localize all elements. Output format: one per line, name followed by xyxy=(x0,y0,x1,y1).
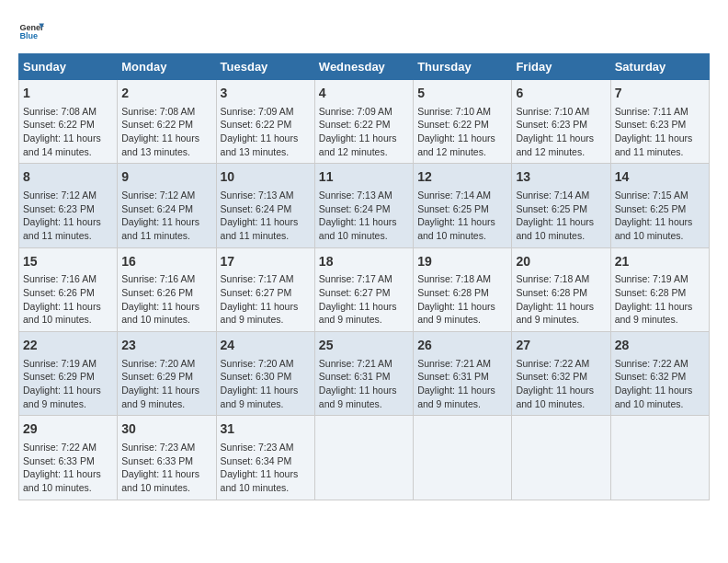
header-wednesday: Wednesday xyxy=(314,54,413,80)
day-info: Sunrise: 7:08 AMSunset: 6:22 PMDaylight:… xyxy=(121,105,211,159)
calendar-cell: 4Sunrise: 7:09 AMSunset: 6:22 PMDaylight… xyxy=(314,80,413,164)
day-info: Sunrise: 7:18 AMSunset: 6:28 PMDaylight:… xyxy=(516,272,606,327)
day-number: 22 xyxy=(23,337,113,355)
day-info: Sunrise: 7:19 AMSunset: 6:28 PMDaylight:… xyxy=(615,272,705,327)
day-info: Sunrise: 7:19 AMSunset: 6:29 PMDaylight:… xyxy=(23,357,113,411)
calendar-cell: 6Sunrise: 7:10 AMSunset: 6:23 PMDaylight… xyxy=(512,80,610,164)
day-info: Sunrise: 7:20 AMSunset: 6:29 PMDaylight:… xyxy=(121,357,211,411)
calendar-cell: 28Sunrise: 7:22 AMSunset: 6:32 PMDayligh… xyxy=(610,332,709,416)
day-number: 15 xyxy=(23,253,113,271)
day-number: 3 xyxy=(221,85,311,103)
header-saturday: Saturday xyxy=(610,54,709,80)
calendar-cell: 26Sunrise: 7:21 AMSunset: 6:31 PMDayligh… xyxy=(414,332,512,416)
day-number: 28 xyxy=(615,337,705,355)
calendar-header-row: SundayMondayTuesdayWednesdayThursdayFrid… xyxy=(19,54,710,80)
calendar-cell: 9Sunrise: 7:12 AMSunset: 6:24 PMDaylight… xyxy=(118,164,216,247)
day-number: 1 xyxy=(23,85,113,103)
day-number: 27 xyxy=(516,337,606,355)
day-info: Sunrise: 7:14 AMSunset: 6:25 PMDaylight:… xyxy=(516,189,606,243)
calendar-week-row: 22Sunrise: 7:19 AMSunset: 6:29 PMDayligh… xyxy=(19,332,710,416)
calendar-cell: 22Sunrise: 7:19 AMSunset: 6:29 PMDayligh… xyxy=(19,332,118,416)
day-info: Sunrise: 7:09 AMSunset: 6:22 PMDaylight:… xyxy=(221,105,311,159)
logo-icon: General Blue xyxy=(18,18,44,44)
calendar-cell: 29Sunrise: 7:22 AMSunset: 6:33 PMDayligh… xyxy=(19,416,118,500)
calendar-cell: 19Sunrise: 7:18 AMSunset: 6:28 PMDayligh… xyxy=(414,247,512,331)
header-thursday: Thursday xyxy=(414,54,512,80)
calendar-cell: 25Sunrise: 7:21 AMSunset: 6:31 PMDayligh… xyxy=(314,332,413,416)
calendar-cell: 14Sunrise: 7:15 AMSunset: 6:25 PMDayligh… xyxy=(610,164,709,247)
day-info: Sunrise: 7:20 AMSunset: 6:30 PMDaylight:… xyxy=(221,357,311,411)
calendar-cell: 1Sunrise: 7:08 AMSunset: 6:22 PMDaylight… xyxy=(19,80,118,164)
day-info: Sunrise: 7:12 AMSunset: 6:24 PMDaylight:… xyxy=(121,189,211,243)
calendar-cell: 7Sunrise: 7:11 AMSunset: 6:23 PMDaylight… xyxy=(610,80,709,164)
day-number: 6 xyxy=(516,85,606,103)
calendar-week-row: 1Sunrise: 7:08 AMSunset: 6:22 PMDaylight… xyxy=(19,80,710,164)
day-info: Sunrise: 7:23 AMSunset: 6:33 PMDaylight:… xyxy=(121,441,211,495)
day-info: Sunrise: 7:12 AMSunset: 6:23 PMDaylight:… xyxy=(23,189,113,243)
day-number: 19 xyxy=(417,253,507,271)
day-info: Sunrise: 7:18 AMSunset: 6:28 PMDaylight:… xyxy=(417,272,507,327)
day-info: Sunrise: 7:15 AMSunset: 6:25 PMDaylight:… xyxy=(615,189,705,243)
calendar-table: SundayMondayTuesdayWednesdayThursdayFrid… xyxy=(18,53,710,500)
calendar-cell: 30Sunrise: 7:23 AMSunset: 6:33 PMDayligh… xyxy=(118,416,216,500)
day-number: 18 xyxy=(319,253,409,271)
day-info: Sunrise: 7:17 AMSunset: 6:27 PMDaylight:… xyxy=(319,272,409,327)
day-number: 16 xyxy=(121,253,211,271)
page-header: General Blue xyxy=(18,18,710,44)
calendar-cell: 18Sunrise: 7:17 AMSunset: 6:27 PMDayligh… xyxy=(314,247,413,331)
day-info: Sunrise: 7:10 AMSunset: 6:22 PMDaylight:… xyxy=(417,105,507,159)
day-number: 30 xyxy=(121,420,211,439)
calendar-cell xyxy=(610,416,709,500)
header-monday: Monday xyxy=(118,54,216,80)
day-number: 12 xyxy=(417,168,507,187)
calendar-cell: 12Sunrise: 7:14 AMSunset: 6:25 PMDayligh… xyxy=(414,164,512,247)
day-info: Sunrise: 7:21 AMSunset: 6:31 PMDaylight:… xyxy=(319,357,409,411)
day-info: Sunrise: 7:13 AMSunset: 6:24 PMDaylight:… xyxy=(221,189,311,243)
day-number: 31 xyxy=(221,420,311,439)
header-sunday: Sunday xyxy=(19,54,118,80)
day-info: Sunrise: 7:10 AMSunset: 6:23 PMDaylight:… xyxy=(516,105,606,159)
day-number: 17 xyxy=(221,253,311,271)
day-number: 14 xyxy=(615,168,705,187)
day-info: Sunrise: 7:09 AMSunset: 6:22 PMDaylight:… xyxy=(319,105,409,159)
day-number: 9 xyxy=(121,168,211,187)
day-number: 2 xyxy=(121,85,211,103)
header-tuesday: Tuesday xyxy=(216,54,314,80)
calendar-week-row: 29Sunrise: 7:22 AMSunset: 6:33 PMDayligh… xyxy=(19,416,710,500)
calendar-cell: 17Sunrise: 7:17 AMSunset: 6:27 PMDayligh… xyxy=(216,247,314,331)
day-number: 5 xyxy=(417,85,507,103)
calendar-week-row: 15Sunrise: 7:16 AMSunset: 6:26 PMDayligh… xyxy=(19,247,710,331)
logo: General Blue xyxy=(18,18,51,44)
day-number: 11 xyxy=(319,168,409,187)
calendar-cell: 23Sunrise: 7:20 AMSunset: 6:29 PMDayligh… xyxy=(118,332,216,416)
day-number: 13 xyxy=(516,168,606,187)
day-number: 4 xyxy=(319,85,409,103)
calendar-cell: 10Sunrise: 7:13 AMSunset: 6:24 PMDayligh… xyxy=(216,164,314,247)
header-friday: Friday xyxy=(512,54,610,80)
day-info: Sunrise: 7:17 AMSunset: 6:27 PMDaylight:… xyxy=(221,272,311,327)
calendar-cell: 21Sunrise: 7:19 AMSunset: 6:28 PMDayligh… xyxy=(610,247,709,331)
calendar-cell: 8Sunrise: 7:12 AMSunset: 6:23 PMDaylight… xyxy=(19,164,118,247)
day-info: Sunrise: 7:11 AMSunset: 6:23 PMDaylight:… xyxy=(615,105,705,159)
day-number: 8 xyxy=(23,168,113,187)
day-info: Sunrise: 7:22 AMSunset: 6:32 PMDaylight:… xyxy=(615,357,705,411)
day-info: Sunrise: 7:16 AMSunset: 6:26 PMDaylight:… xyxy=(121,272,211,327)
day-number: 7 xyxy=(615,85,705,103)
day-info: Sunrise: 7:08 AMSunset: 6:22 PMDaylight:… xyxy=(23,105,113,159)
calendar-cell: 15Sunrise: 7:16 AMSunset: 6:26 PMDayligh… xyxy=(19,247,118,331)
calendar-cell: 5Sunrise: 7:10 AMSunset: 6:22 PMDaylight… xyxy=(414,80,512,164)
day-number: 26 xyxy=(417,337,507,355)
day-number: 29 xyxy=(23,420,113,439)
day-info: Sunrise: 7:22 AMSunset: 6:33 PMDaylight:… xyxy=(23,441,113,495)
calendar-cell: 20Sunrise: 7:18 AMSunset: 6:28 PMDayligh… xyxy=(512,247,610,331)
day-info: Sunrise: 7:21 AMSunset: 6:31 PMDaylight:… xyxy=(417,357,507,411)
calendar-cell: 24Sunrise: 7:20 AMSunset: 6:30 PMDayligh… xyxy=(216,332,314,416)
day-number: 21 xyxy=(615,253,705,271)
svg-text:Blue: Blue xyxy=(19,31,38,40)
day-info: Sunrise: 7:13 AMSunset: 6:24 PMDaylight:… xyxy=(319,189,409,243)
calendar-cell: 13Sunrise: 7:14 AMSunset: 6:25 PMDayligh… xyxy=(512,164,610,247)
day-number: 25 xyxy=(319,337,409,355)
day-info: Sunrise: 7:22 AMSunset: 6:32 PMDaylight:… xyxy=(516,357,606,411)
calendar-cell: 2Sunrise: 7:08 AMSunset: 6:22 PMDaylight… xyxy=(118,80,216,164)
day-number: 24 xyxy=(221,337,311,355)
